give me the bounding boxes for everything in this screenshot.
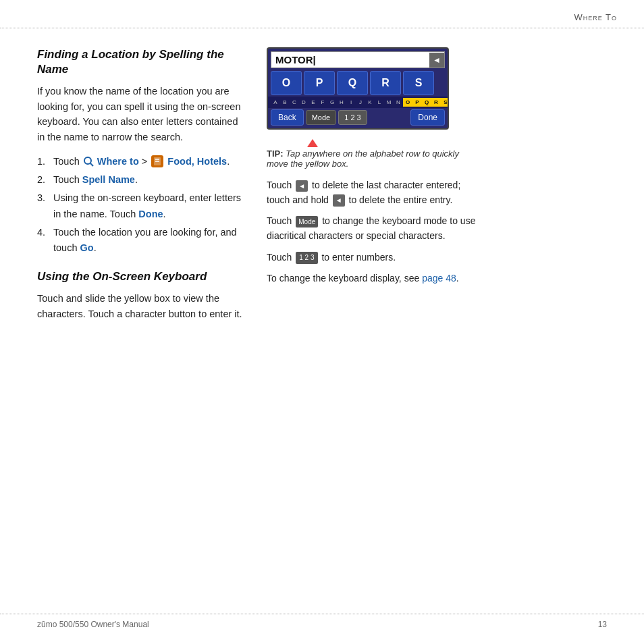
page-header: Where To: [0, 0, 644, 28]
right-column: MOTOR| ◄ O P Q R S A B C D E F G H I J: [267, 47, 483, 331]
step-1-num: 1.: [37, 154, 49, 169]
kb-alpha-Q[interactable]: Q: [422, 98, 431, 107]
footer-right: 13: [598, 620, 607, 629]
kb-alpha-D[interactable]: D: [299, 99, 308, 105]
page-footer: zūmo 500/550 Owner's Manual 13: [0, 614, 644, 629]
kb-alpha-S[interactable]: S: [441, 98, 448, 107]
search-icon: [82, 155, 95, 167]
svg-point-0: [84, 157, 91, 164]
section1-title: Finding a Location by Spelling the Name: [37, 47, 246, 77]
kb-alpha-K[interactable]: K: [365, 99, 375, 105]
step-3: 3. Using the on-screen keyboard, enter l…: [37, 190, 246, 221]
kb-alpha-L[interactable]: L: [375, 99, 384, 105]
kb-alpha-I[interactable]: I: [346, 99, 356, 105]
page-48-link[interactable]: page 48: [422, 273, 456, 284]
kb-back-button[interactable]: Back: [271, 109, 304, 126]
left-column: Finding a Location by Spelling the Name …: [37, 47, 246, 331]
food-hotels-link[interactable]: Food, Hotels: [167, 156, 227, 167]
steps-list: 1. Touch Where to >: [37, 154, 246, 256]
step-4: 4. Touch the location you are looking fo…: [37, 225, 246, 256]
footer-left: zūmo 500/550 Owner's Manual: [37, 620, 149, 629]
kb-mode-button[interactable]: Mode: [306, 110, 337, 125]
kb-alpha-M[interactable]: M: [384, 99, 394, 105]
step-1-text: Touch Where to >: [53, 154, 230, 169]
food-icon: [151, 155, 163, 167]
kb-delete-button[interactable]: ◄: [429, 53, 444, 68]
step-3-num: 3.: [37, 190, 49, 221]
kb-key-P[interactable]: P: [304, 71, 335, 95]
step-2-text: Touch Spell Name.: [53, 172, 138, 188]
kb-key-S[interactable]: S: [403, 71, 434, 95]
kb-alpha-F[interactable]: F: [318, 99, 327, 105]
tip-text: TIP: Tap anywhere on the alphabet row to…: [267, 149, 483, 169]
step-2: 2. Touch Spell Name.: [37, 172, 246, 188]
where-to-link[interactable]: Where to: [97, 156, 139, 167]
kb-alpha-E[interactable]: E: [308, 99, 318, 105]
section1-body: If you know the name of the location you…: [37, 84, 246, 144]
step-4-num: 4.: [37, 225, 49, 256]
arrow-pointer: [307, 139, 318, 147]
kb-key-O[interactable]: O: [271, 71, 302, 95]
step-4-text: Touch the location you are looking for, …: [53, 225, 246, 256]
paragraph-delete: Touch ◄ to delete the last character ent…: [267, 178, 483, 207]
done-link[interactable]: Done: [138, 209, 163, 219]
svg-line-1: [90, 163, 93, 166]
mode-btn-inline: Mode: [296, 216, 318, 228]
spell-name-link[interactable]: Spell Name: [82, 174, 135, 185]
content-area: Finding a Location by Spelling the Name …: [0, 28, 644, 344]
kb-alpha-N[interactable]: N: [394, 99, 403, 105]
kb-alpha-O[interactable]: O: [403, 98, 412, 107]
paragraph-123: Touch 1 2 3 to enter numbers.: [267, 250, 483, 265]
btn-123-inline: 1 2 3: [296, 252, 317, 264]
delete-btn-inline: ◄: [296, 180, 308, 192]
kb-alpha-R[interactable]: R: [431, 98, 441, 107]
delete-btn-inline2: ◄: [333, 194, 345, 207]
step-3-text: Using the on-screen keyboard, enter lett…: [53, 190, 246, 221]
paragraph-mode: Touch Mode to change the keyboard mode t…: [267, 214, 483, 243]
kb-alpha-G[interactable]: G: [327, 99, 337, 105]
header-title: Where To: [574, 12, 617, 22]
kb-input-value: MOTOR|: [271, 52, 429, 68]
kb-done-button[interactable]: Done: [410, 109, 445, 126]
kb-alphabet-row[interactable]: A B C D E F G H I J K L M N O P Q R S T: [268, 97, 448, 108]
kb-alpha-H[interactable]: H: [337, 99, 346, 105]
kb-key-Q[interactable]: Q: [337, 71, 368, 95]
paragraph-display: To change the keyboard display, see page…: [267, 271, 483, 286]
kb-bottom-row: Back Mode 1 2 3 Done: [268, 108, 448, 128]
section2-title: Using the On-Screen Keyboard: [37, 269, 246, 284]
step-2-num: 2.: [37, 172, 49, 188]
kb-alpha-B[interactable]: B: [280, 99, 290, 105]
kb-alpha-A[interactable]: A: [271, 99, 280, 105]
kb-123-button[interactable]: 1 2 3: [338, 110, 367, 125]
keyboard-mockup: MOTOR| ◄ O P Q R S A B C D E F G H I J: [267, 47, 449, 130]
kb-alpha-C[interactable]: C: [290, 99, 299, 105]
step-1: 1. Touch Where to >: [37, 154, 246, 169]
kb-key-R[interactable]: R: [370, 71, 401, 95]
tip-label: TIP:: [267, 149, 284, 159]
kb-alpha-P[interactable]: P: [412, 98, 422, 107]
section2-body: Touch and slide the yellow box to view t…: [37, 291, 246, 321]
kb-keys-row: O P Q R S: [268, 68, 448, 97]
tip-content: Tap anywhere on the alphabet row to quic…: [267, 149, 459, 169]
kb-search-bar: MOTOR| ◄: [271, 51, 445, 68]
kb-alpha-J[interactable]: J: [356, 99, 365, 105]
go-link[interactable]: Go: [80, 242, 94, 253]
